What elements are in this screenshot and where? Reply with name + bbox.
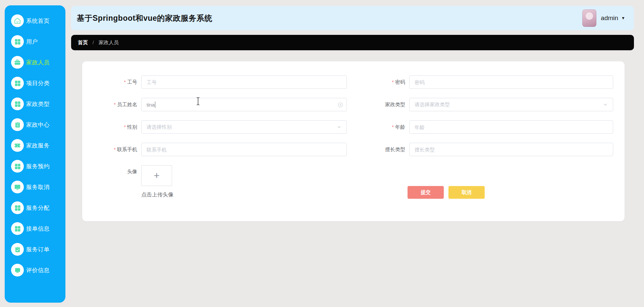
page-title: 基于Springboot和vue的家政服务系统 [77, 13, 212, 23]
age-label: *年龄 [353, 124, 409, 130]
specialty-input[interactable] [409, 143, 613, 156]
page: 系统首页 用户 家政人员 项目分类 家政类型 家政中心 家政服务 [0, 0, 644, 307]
form-item-age: *年龄 [353, 120, 624, 134]
required-asterisk: * [392, 79, 394, 85]
form-row: *员工姓名 tina 家政类型 请选择家政类型 [82, 98, 625, 111]
sidebar-item-label: 接单信息 [26, 225, 50, 233]
avatar-label: 头像 [82, 165, 141, 175]
sidebar-item-label: 评价信息 [26, 266, 50, 274]
grid-icon [11, 201, 24, 214]
sidebar-item-label: 家政中心 [26, 121, 50, 129]
employee-name-value: tina [147, 102, 155, 108]
grid-icon [11, 160, 24, 173]
sidebar-item-label: 家政服务 [26, 142, 50, 149]
form-item-phone: *联系手机 [82, 143, 353, 156]
sidebar-item-grid[interactable]: 服务分配 [5, 197, 65, 218]
password-label: *密码 [353, 79, 409, 85]
grid-icon [11, 98, 24, 110]
chevron-down-icon [337, 125, 341, 129]
housekeeping-type-label: 家政类型 [353, 102, 409, 108]
sidebar-item-grid[interactable]: 用户 [5, 31, 65, 52]
grid-icon [11, 222, 24, 235]
monitor-icon [11, 181, 24, 193]
breadcrumb-separator: / [93, 40, 94, 45]
form-item-housekeeping-type: 家政类型 请选择家政类型 [353, 98, 624, 111]
form-item-employee-name: *员工姓名 tina [82, 98, 353, 111]
clipboard-icon [11, 118, 24, 131]
phone-input[interactable] [141, 143, 347, 156]
sidebar-item-clipboard[interactable]: 家政中心 [5, 114, 65, 135]
breadcrumb: 首页 / 家政人员 [71, 35, 634, 50]
form-item-specialty: 擅长类型 [353, 143, 624, 156]
sidebar-item-home[interactable]: 系统首页 [5, 10, 65, 31]
required-asterisk: * [124, 79, 126, 85]
avatar-upload-box[interactable]: + [141, 165, 172, 186]
age-input[interactable] [409, 120, 613, 134]
clipboard-check-icon [11, 243, 24, 256]
sidebar-item-label: 服务预约 [26, 163, 50, 170]
sidebar-item-grid[interactable]: 服务预约 [5, 156, 65, 177]
work-id-label: *工号 [82, 79, 141, 85]
form-item-gender: *性别 请选择性别 [82, 120, 353, 134]
submit-button[interactable]: 提交 [408, 186, 444, 199]
phone-label: *联系手机 [82, 146, 141, 153]
ticket-icon [11, 139, 24, 152]
required-asterisk: * [114, 147, 116, 152]
sidebar-item-label: 用户 [26, 38, 38, 46]
sidebar-item-label: 服务订单 [26, 246, 50, 253]
chevron-down-icon: ▼ [621, 16, 625, 20]
user-menu[interactable]: admin ▼ [582, 9, 625, 27]
sidebar-item-briefcase[interactable]: 家政人员 [5, 52, 65, 73]
header: 基于Springboot和vue的家政服务系统 admin ▼ [71, 6, 634, 30]
sidebar-item-label: 项目分类 [26, 79, 50, 87]
sidebar-item-message[interactable]: 评价信息 [5, 260, 65, 281]
plus-icon: + [154, 171, 160, 181]
main-area: 基于Springboot和vue的家政服务系统 admin ▼ 首页 / 家政人… [71, 0, 634, 221]
grid-icon [11, 77, 24, 89]
required-asterisk: * [124, 124, 126, 130]
breadcrumb-home-link[interactable]: 首页 [78, 40, 88, 46]
chevron-down-icon [603, 102, 608, 107]
required-asterisk: * [114, 102, 116, 107]
clear-icon[interactable] [338, 102, 343, 108]
sidebar-item-label: 系统首页 [26, 17, 50, 25]
sidebar-item-grid[interactable]: 项目分类 [5, 73, 65, 94]
sidebar-item-clipboard-check[interactable]: 服务订单 [5, 239, 65, 260]
avatar-upload-hint: 点击上传头像 [141, 191, 173, 198]
username-label: admin [601, 14, 618, 22]
sidebar-item-label: 服务取消 [26, 183, 50, 191]
cancel-button[interactable]: 取消 [448, 186, 485, 199]
employee-name-input[interactable]: tina [141, 98, 347, 111]
sidebar-item-ticket[interactable]: 家政服务 [5, 135, 65, 156]
home-icon [11, 14, 24, 27]
user-avatar[interactable] [582, 9, 596, 27]
breadcrumb-current: 家政人员 [99, 40, 119, 46]
sidebar-item-label: 家政人员 [26, 59, 50, 66]
sidebar: 系统首页 用户 家政人员 项目分类 家政类型 家政中心 家政服务 [5, 5, 65, 303]
grid-icon [11, 35, 24, 48]
form-item-avatar: 头像 + 点击上传头像 [82, 165, 353, 198]
sidebar-item-monitor[interactable]: 服务取消 [5, 177, 65, 197]
gender-select[interactable]: 请选择性别 [141, 120, 347, 134]
form-card: *工号 *密码 *员工姓名 tina [82, 61, 625, 221]
briefcase-icon [11, 56, 24, 69]
sidebar-item-grid[interactable]: 家政类型 [5, 94, 65, 114]
sidebar-item-grid[interactable]: 接单信息 [5, 218, 65, 239]
sidebar-item-label: 家政类型 [26, 100, 50, 108]
form-item-work-id: *工号 [82, 75, 353, 89]
form-item-password: *密码 [353, 75, 624, 89]
form-row: *工号 *密码 [82, 75, 625, 89]
password-input[interactable] [409, 75, 613, 89]
employee-name-label: *员工姓名 [82, 102, 141, 108]
form-row: *联系手机 擅长类型 [82, 143, 625, 156]
required-asterisk: * [392, 124, 394, 130]
form-row-avatar: 头像 + 点击上传头像 [82, 165, 625, 198]
form-actions: 提交 取消 [408, 186, 485, 199]
housekeeping-type-select[interactable]: 请选择家政类型 [409, 98, 613, 111]
work-id-input[interactable] [141, 75, 347, 89]
gender-label: *性别 [82, 124, 141, 130]
text-caret [155, 102, 155, 108]
message-icon [11, 264, 24, 277]
specialty-label: 擅长类型 [353, 146, 409, 153]
sidebar-item-label: 服务分配 [26, 204, 50, 212]
